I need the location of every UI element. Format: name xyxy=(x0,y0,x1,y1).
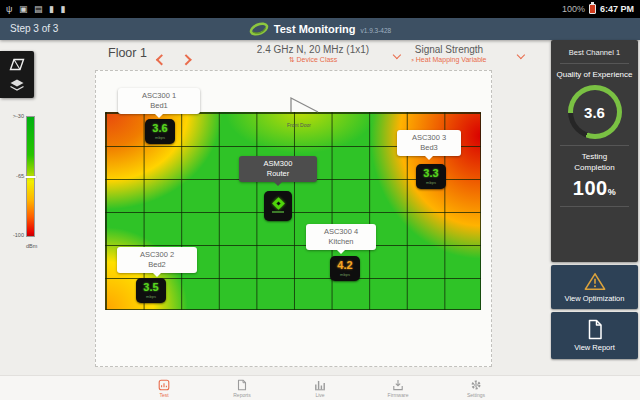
device-tooltip-router: ASM300 Router xyxy=(239,156,317,182)
device-class-label: ⇅ Device Class xyxy=(238,56,388,64)
device-score: 4.2 xyxy=(337,260,352,271)
device-tooltip-bed3: ASC300 3 Bed3 xyxy=(397,130,461,156)
device-score-unit: mbps xyxy=(340,272,350,277)
nav-label: Reports xyxy=(233,392,251,398)
brand-swirl-icon xyxy=(249,22,269,36)
device-score: 3.5 xyxy=(143,282,158,293)
view-optimization-button[interactable]: View Optimization xyxy=(551,265,638,309)
device-badge-bed1[interactable]: 3.6 mbps xyxy=(145,119,175,144)
chevron-left-icon xyxy=(156,55,167,66)
heat-variable-label: ⸗ Heat Mapping Variable xyxy=(388,56,510,63)
nav-tab-test[interactable]: Test xyxy=(142,379,186,398)
app-version: v1.9.3-428 xyxy=(360,27,391,34)
live-bars-icon xyxy=(314,379,326,391)
device-score-unit: mbps xyxy=(155,135,165,140)
report-document-icon xyxy=(586,319,604,340)
settings-gear-icon xyxy=(470,379,482,391)
testing-completion-title: Testing Completion xyxy=(551,152,638,174)
router-badge-bar xyxy=(272,211,284,213)
layers-icon[interactable] xyxy=(9,78,25,92)
heat-variable-dropdown[interactable]: Signal Strength ⸗ Heat Mapping Variable xyxy=(388,44,510,63)
device-score: 3.6 xyxy=(152,123,167,134)
chevron-right-icon xyxy=(180,55,191,66)
heat-variable-value: Signal Strength xyxy=(388,44,510,55)
qoe-gauge: 3.6 xyxy=(568,85,622,139)
floor-prev-button[interactable] xyxy=(158,50,166,68)
device-score-unit: mbps xyxy=(146,294,156,299)
router-badge[interactable] xyxy=(264,191,292,221)
device-badge-bed2[interactable]: 3.5 mbps xyxy=(136,278,166,303)
router-icon xyxy=(272,197,285,210)
battery-percent-label: 100% xyxy=(562,4,585,14)
notification-icons: ψ ▣ ▤ ▮ ▮ xyxy=(6,4,67,14)
device-class-dropdown[interactable]: 2.4 GHz N, 20 MHz (1x1) ⇅ Device Class xyxy=(238,44,388,64)
device-score-unit: mbps xyxy=(426,180,436,185)
front-door-icon xyxy=(289,96,321,113)
device-name: ASC300 3 xyxy=(401,133,457,143)
app-title: Test Monitoring xyxy=(274,23,356,35)
device-badge-kitchen[interactable]: 4.2 mbps xyxy=(330,256,360,281)
device-room: Kitchen xyxy=(310,237,372,247)
floor-plan-icon[interactable] xyxy=(9,58,25,71)
nav-label: Live xyxy=(315,392,324,398)
battery-icon xyxy=(589,4,596,14)
legend-unit-label: dBm xyxy=(26,243,42,249)
legend-mid-tick xyxy=(25,176,36,178)
device-room: Bed3 xyxy=(401,143,457,153)
legend-min-label: -100 xyxy=(6,232,24,238)
results-sidebar: Best Channel 1 Quality of Experience 3.6… xyxy=(551,40,638,262)
device-name: ASC300 1 xyxy=(122,91,196,101)
best-channel-label: Best Channel 1 xyxy=(551,40,638,57)
app-brand: Test Monitoring v1.9.3-428 xyxy=(0,18,640,40)
view-optimization-label: View Optimization xyxy=(565,294,625,303)
nav-tab-firmware[interactable]: Firmware xyxy=(376,379,420,398)
sidebar-divider xyxy=(560,145,629,146)
nav-label: Firmware xyxy=(388,392,409,398)
completion-value: 100% xyxy=(551,177,638,200)
firmware-download-icon xyxy=(392,379,404,391)
device-name: ASC300 4 xyxy=(310,227,372,237)
device-room: Router xyxy=(243,169,313,179)
qoe-title: Quality of Experience xyxy=(551,70,638,79)
device-badge-bed3[interactable]: 3.3 mbps xyxy=(416,164,446,189)
completion-percent-sign: % xyxy=(608,187,617,197)
chevron-down-icon xyxy=(517,51,525,59)
legend-mid-label: -65 xyxy=(10,173,24,179)
front-door-label: Front Door xyxy=(287,122,311,128)
bottom-navigation: Test Reports Live Firmware Settings xyxy=(0,375,640,400)
completion-number: 100 xyxy=(573,177,608,199)
clock-label: 6:47 PM xyxy=(600,4,634,14)
view-report-label: View Report xyxy=(574,343,615,352)
nav-tab-settings[interactable]: Settings xyxy=(454,379,498,398)
device-room: Bed2 xyxy=(121,260,193,270)
device-name: ASC300 2 xyxy=(121,250,193,260)
testing-line1: Testing xyxy=(551,152,638,163)
device-tooltip-bed2: ASC300 2 Bed2 xyxy=(117,247,197,273)
device-room: Bed1 xyxy=(122,101,196,111)
warning-triangle-icon xyxy=(584,272,606,291)
testing-line2: Completion xyxy=(551,163,638,174)
sidebar-divider xyxy=(560,206,629,207)
nav-tab-reports[interactable]: Reports xyxy=(220,379,264,398)
map-tools-panel xyxy=(0,51,34,98)
view-report-button[interactable]: View Report xyxy=(551,312,638,359)
device-tooltip-kitchen: ASC300 4 Kitchen xyxy=(306,224,376,250)
qoe-value: 3.6 xyxy=(573,90,617,134)
android-status-bar: ψ ▣ ▤ ▮ ▮ 100% 6:47 PM xyxy=(0,0,640,18)
sidebar-divider xyxy=(560,63,629,64)
app-header: Step 3 of 3 Test Monitoring v1.9.3-428 xyxy=(0,18,640,40)
reports-document-icon xyxy=(236,379,248,391)
device-name: ASM300 xyxy=(243,159,313,169)
test-gauge-icon xyxy=(158,379,170,391)
floor-label: Floor 1 xyxy=(108,46,147,60)
nav-label: Test xyxy=(159,392,168,398)
nav-tab-live[interactable]: Live xyxy=(298,379,342,398)
nav-label: Settings xyxy=(467,392,485,398)
device-tooltip-bed1: ASC300 1 Bed1 xyxy=(118,88,200,114)
device-class-value: 2.4 GHz N, 20 MHz (1x1) xyxy=(238,44,388,55)
floor-next-button[interactable] xyxy=(182,50,190,68)
legend-max-label: >-30 xyxy=(6,113,24,119)
device-score: 3.3 xyxy=(423,168,438,179)
